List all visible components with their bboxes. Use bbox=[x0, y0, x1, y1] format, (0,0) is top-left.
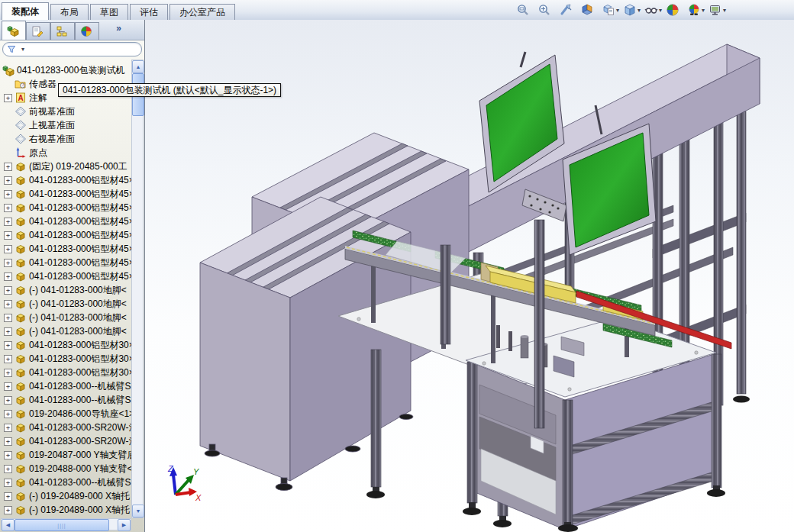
expand-toggle-icon[interactable]: + bbox=[4, 396, 12, 405]
tree-item[interactable]: + (-) 019-20489-000 X轴托 bbox=[0, 503, 131, 517]
expand-toggle-icon[interactable]: + bbox=[4, 163, 12, 171]
tree-item[interactable]: + 041-01283-000--机械臂S bbox=[0, 393, 131, 407]
tree-item[interactable]: + 041-01283-000铝型材45× bbox=[0, 242, 131, 256]
expand-toggle-icon[interactable]: + bbox=[4, 272, 12, 281]
expand-toggle-icon[interactable]: + bbox=[4, 424, 12, 432]
dropdown-arrow-icon[interactable]: ▾ bbox=[723, 7, 726, 14]
tree-item[interactable]: + 041-01283-000铝型材45× bbox=[0, 201, 131, 214]
expand-toggle-icon[interactable]: + bbox=[4, 410, 12, 418]
tree-item[interactable]: + (-) 041-01283-000地脚< bbox=[0, 283, 131, 297]
horizontal-scroll-thumb[interactable]: |||| bbox=[15, 519, 109, 531]
tree-item[interactable]: + 019-20487-000 Y轴支臂底 bbox=[0, 448, 131, 462]
tree-item[interactable]: + 041-01283-000铝型材30× bbox=[0, 352, 131, 366]
tree-item[interactable]: + 019-20488-000 Y轴支臂< bbox=[0, 462, 131, 476]
tree-item[interactable]: + 019-20486-000导轨座<1> bbox=[0, 407, 131, 421]
expand-toggle-icon[interactable]: + bbox=[4, 94, 12, 102]
expand-toggle-icon[interactable]: + bbox=[4, 231, 12, 240]
expand-toggle-icon[interactable]: + bbox=[4, 204, 12, 212]
expand-toggle-icon[interactable]: + bbox=[4, 465, 12, 473]
solidworks-window: 装配体 布局 草图 评估 办公室产品 ▾ ▾ bbox=[0, 0, 794, 532]
displaymanager-tab[interactable] bbox=[75, 22, 99, 40]
tree-filter-input[interactable]: ▾ bbox=[2, 42, 142, 56]
scroll-right-icon[interactable]: ▶ bbox=[118, 519, 131, 531]
tree-item[interactable]: + 041-01283-000--机械臂S bbox=[0, 379, 131, 393]
view-orientation-icon[interactable] bbox=[601, 2, 616, 18]
previous-view-icon[interactable] bbox=[558, 2, 573, 18]
tree-vertical-scrollbar[interactable]: ▲ ▼ bbox=[131, 60, 144, 518]
expand-toggle-icon[interactable]: + bbox=[4, 314, 12, 322]
tree-item[interactable]: + 041-01283-000铝型材30× bbox=[0, 366, 131, 379]
filter-funnel-icon bbox=[7, 44, 19, 56]
command-tab[interactable]: 布局 bbox=[50, 4, 89, 20]
coordinate-triad: Z Y X bbox=[167, 464, 202, 502]
expand-toggle-icon[interactable]: + bbox=[4, 451, 12, 459]
expand-toggle-icon[interactable]: + bbox=[4, 506, 12, 514]
dropdown-arrow-icon[interactable]: ▾ bbox=[616, 7, 619, 14]
tree-horizontal-scrollbar[interactable]: ◀ |||| ▶ bbox=[1, 518, 131, 530]
tree-item[interactable]: + 041-01283-000铝型材30× bbox=[0, 338, 131, 352]
command-tab[interactable]: 装配体 bbox=[2, 2, 49, 20]
triad-z-label: Z bbox=[167, 464, 174, 473]
tree-item[interactable]: + 041-01283-000铝型材45× bbox=[0, 228, 131, 242]
tree-item[interactable]: + 右视基准面 bbox=[0, 132, 131, 146]
expand-toggle-icon[interactable]: + bbox=[4, 382, 12, 391]
tree-item[interactable]: + 041-01283-000铝型材45× bbox=[0, 214, 131, 228]
tree-item[interactable]: + 上视基准面 bbox=[0, 118, 131, 132]
dropdown-arrow-icon[interactable]: ▾ bbox=[659, 7, 662, 14]
tree-item[interactable]: + 041-01283-000-SR20W-滑 bbox=[0, 421, 131, 434]
tree-item[interactable]: + 041-01283-000铝型材45× bbox=[0, 173, 131, 187]
expand-toggle-icon[interactable]: + bbox=[4, 259, 12, 267]
dropdown-arrow-icon[interactable]: ▾ bbox=[637, 7, 641, 14]
view-settings-icon[interactable] bbox=[708, 2, 723, 18]
tree-item[interactable]: + 041-01283-000铝型材45× bbox=[0, 256, 131, 269]
expand-toggle-icon[interactable]: + bbox=[4, 355, 12, 363]
expand-toggle-icon[interactable]: + bbox=[4, 437, 12, 446]
tree-item[interactable]: + (固定) 019-20485-000工 bbox=[0, 160, 131, 173]
expand-toggle-icon[interactable]: + bbox=[4, 369, 12, 377]
tree-item[interactable]: + (-) 041-01283-000地脚< bbox=[0, 324, 131, 338]
expand-toggle-icon[interactable]: + bbox=[4, 190, 12, 198]
tree-item[interactable]: + (-) 019-20489-000 X轴托 bbox=[0, 489, 131, 503]
tree-item[interactable]: + 041-01283-000铝型材45× bbox=[0, 187, 131, 201]
expand-toggle-icon[interactable]: + bbox=[4, 327, 12, 336]
expand-toggle-icon[interactable]: + bbox=[4, 341, 12, 350]
expand-toggle-icon[interactable]: + bbox=[4, 176, 12, 185]
test-station[interactable] bbox=[463, 318, 725, 532]
propertymanager-tab[interactable] bbox=[26, 22, 50, 40]
expand-toggle-icon[interactable]: + bbox=[4, 492, 12, 501]
tree-item[interactable]: + (-) 041-01283-000地脚< bbox=[0, 297, 131, 311]
expand-toggle-icon[interactable]: + bbox=[4, 479, 12, 487]
command-tab[interactable]: 办公室产品 bbox=[169, 4, 235, 20]
zoom-area-icon[interactable] bbox=[537, 2, 552, 18]
expand-toggle-icon[interactable]: + bbox=[4, 300, 12, 308]
dropdown-arrow-icon[interactable]: ▾ bbox=[702, 7, 705, 14]
display-style-icon[interactable] bbox=[622, 2, 637, 18]
tree-item[interactable]: + (-) 041-01283-000地脚< bbox=[0, 311, 131, 324]
edit-appearance-icon[interactable] bbox=[665, 2, 680, 18]
featuremanager-tab[interactable] bbox=[2, 21, 26, 40]
expand-toggle-icon[interactable]: + bbox=[4, 286, 12, 295]
expand-toggle-icon[interactable]: + bbox=[4, 218, 12, 226]
tree-item[interactable]: + 原点 bbox=[0, 146, 131, 160]
panel-tabs-overflow[interactable]: » bbox=[116, 23, 121, 37]
scroll-left-icon[interactable]: ◀ bbox=[2, 519, 15, 531]
tree-item[interactable]: + 041-01283-000-SR20W-滑 bbox=[0, 434, 131, 448]
tree-filter-row: ▾ bbox=[0, 40, 144, 60]
apply-scene-icon[interactable] bbox=[686, 2, 702, 18]
assembly-tooltip: 041-01283-000包装测试机 (默认<默认_显示状态-1>) bbox=[58, 83, 281, 97]
section-view-icon[interactable] bbox=[579, 2, 595, 18]
tree-item[interactable]: + 041-01283-000包装测试机 bbox=[0, 63, 131, 77]
hide-show-items-icon[interactable] bbox=[644, 2, 659, 18]
command-tab[interactable]: 草图 bbox=[90, 4, 128, 20]
zoom-fit-icon[interactable] bbox=[515, 2, 531, 18]
scroll-up-icon[interactable]: ▲ bbox=[132, 60, 144, 73]
tree-item[interactable]: + 041-01283-000--机械臂S bbox=[0, 476, 131, 489]
tree-item[interactable]: + 前视基准面 bbox=[0, 105, 131, 118]
command-tab[interactable]: 评估 bbox=[130, 4, 168, 20]
scroll-down-icon[interactable]: ▼ bbox=[132, 505, 144, 517]
configurationmanager-tab[interactable] bbox=[50, 22, 75, 40]
headsup-view-toolbar: ▾ ▾ ▾ ▾ ▾ bbox=[515, 0, 727, 20]
expand-toggle-icon[interactable]: + bbox=[4, 245, 12, 253]
filter-dropdown-icon[interactable]: ▾ bbox=[21, 46, 24, 53]
tree-item[interactable]: + 041-01283-000铝型材45× bbox=[0, 269, 131, 283]
